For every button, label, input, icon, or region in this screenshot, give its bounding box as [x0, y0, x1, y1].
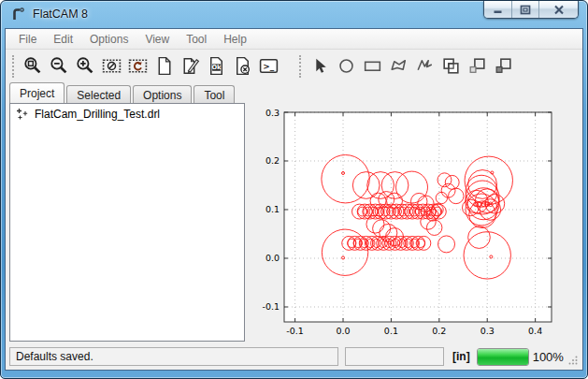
zoom-out-button[interactable]	[46, 53, 72, 80]
units-label: [in]	[452, 350, 470, 363]
progress-bar	[477, 348, 529, 366]
subtract-tool-button[interactable]	[490, 53, 516, 80]
shell-icon-text: >_	[263, 62, 274, 71]
app-window: FlatCAM 8 File Edit Options View	[0, 0, 588, 379]
window-controls	[483, 1, 579, 19]
main-area: Project Selected Options Tool FlatCam_Dr…	[6, 81, 582, 343]
plot-panel[interactable]: -0.10.00.10.20.30.4-0.10.00.10.20.3	[247, 81, 582, 343]
svg-text:0.2: 0.2	[265, 155, 280, 166]
svg-text:0.0: 0.0	[336, 326, 350, 336]
shell-button[interactable]: >_	[255, 53, 281, 80]
zoom-in-button[interactable]	[72, 53, 98, 80]
polygon-tool-icon	[388, 55, 409, 77]
menu-file[interactable]: File	[10, 30, 45, 49]
polyline-tool-icon	[414, 55, 436, 77]
statusbar: Defaults saved. [in] 100%	[6, 343, 582, 370]
tab-bar: Project Selected Options Tool	[9, 83, 237, 103]
edit-file-icon	[179, 55, 201, 77]
left-panel: Project Selected Options Tool FlatCam_Dr…	[6, 81, 247, 343]
svg-text:0.1: 0.1	[265, 204, 280, 214]
svg-text:0.2: 0.2	[432, 326, 446, 336]
tree-item-drill-file[interactable]: FlatCam_Drilling_Test.drl	[10, 104, 244, 123]
tab-tool[interactable]: Tool	[194, 85, 235, 103]
rectangle-tool-icon	[362, 55, 383, 77]
progress-percent: 100%	[533, 350, 564, 364]
ok-file-button[interactable]: Ok	[203, 53, 229, 80]
svg-text:-0.1: -0.1	[286, 326, 304, 336]
union-tool-button[interactable]	[437, 53, 464, 80]
ok-icon-text: Ok	[211, 64, 222, 71]
svg-text:0.3: 0.3	[265, 108, 280, 118]
minimize-icon	[493, 5, 504, 14]
svg-text:-0.1: -0.1	[262, 301, 280, 312]
resize-grip[interactable]	[567, 355, 579, 366]
tab-selected[interactable]: Selected	[66, 85, 131, 103]
window-title: FlatCAM 8	[33, 7, 88, 21]
toolbar-handle[interactable]	[12, 55, 14, 78]
maximize-icon	[520, 5, 531, 15]
new-file-button[interactable]	[151, 53, 177, 80]
ok-file-icon: Ok	[206, 55, 227, 77]
new-file-icon	[153, 55, 175, 77]
draw-polyline-button[interactable]	[411, 53, 437, 80]
copy-icon	[466, 55, 488, 77]
svg-text:0.3: 0.3	[480, 326, 495, 336]
clear-plot-icon	[101, 55, 122, 77]
menu-help[interactable]: Help	[215, 30, 255, 49]
circle-tool-icon	[336, 55, 357, 77]
status-message: Defaults saved.	[16, 350, 93, 363]
shell-icon: >_	[258, 55, 280, 77]
tab-options[interactable]: Options	[133, 85, 192, 103]
replot-icon	[127, 55, 149, 77]
svg-text:0.4: 0.4	[528, 326, 542, 336]
menu-view[interactable]: View	[136, 30, 178, 49]
tab-project[interactable]: Project	[9, 82, 65, 103]
subtract-icon	[493, 55, 514, 77]
status-message-panel: Defaults saved.	[9, 347, 338, 366]
select-arrow-icon	[309, 55, 331, 77]
edit-file-button[interactable]	[177, 53, 203, 80]
zoom-in-icon	[75, 55, 96, 77]
toolbar: Ok >_	[6, 51, 582, 81]
svg-text:0.0: 0.0	[265, 253, 280, 263]
menu-edit[interactable]: Edit	[45, 30, 81, 49]
app-icon	[10, 7, 26, 22]
menu-tool[interactable]: Tool	[178, 30, 215, 49]
titlebar[interactable]: FlatCAM 8	[1, 1, 587, 28]
status-secondary-panel	[345, 347, 444, 366]
copy-tool-button[interactable]	[464, 53, 490, 80]
minimize-button[interactable]	[484, 1, 511, 18]
delete-file-button[interactable]	[229, 53, 255, 80]
delete-file-icon	[232, 55, 253, 77]
zoom-fit-icon	[22, 55, 44, 77]
maximize-button[interactable]	[511, 1, 538, 18]
close-icon	[553, 5, 565, 15]
replot-button[interactable]	[124, 53, 151, 80]
draw-circle-button[interactable]	[333, 53, 359, 80]
close-button[interactable]	[538, 1, 578, 18]
plot-canvas[interactable]: -0.10.00.10.20.30.4-0.10.00.10.20.3	[247, 88, 580, 343]
project-tree[interactable]: FlatCam_Drilling_Test.drl	[9, 103, 245, 342]
menubar: File Edit Options View Tool Help	[6, 29, 582, 50]
menu-options[interactable]: Options	[81, 30, 136, 49]
client-area: File Edit Options View Tool Help	[5, 28, 583, 371]
select-tool-button[interactable]	[307, 53, 333, 80]
svg-text:0.1: 0.1	[384, 326, 398, 336]
tree-item-label: FlatCam_Drilling_Test.drl	[35, 108, 160, 121]
draw-rectangle-button[interactable]	[359, 53, 385, 80]
union-icon	[440, 55, 462, 77]
excellon-drill-icon	[16, 108, 29, 121]
zoom-fit-button[interactable]	[20, 53, 46, 80]
draw-polygon-button[interactable]	[385, 53, 411, 80]
toolbar-handle-2[interactable]	[299, 55, 301, 78]
zoom-out-icon	[49, 55, 70, 77]
clear-plot-button[interactable]	[98, 53, 124, 80]
progress-fill	[478, 349, 528, 365]
